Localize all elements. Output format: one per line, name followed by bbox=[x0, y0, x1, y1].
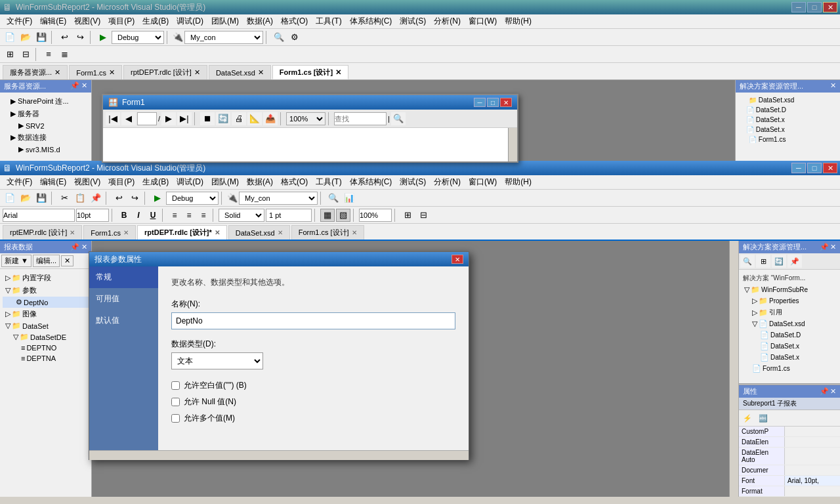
menu-file-bg[interactable]: 文件(F) bbox=[3, 14, 36, 28]
sol-datasetx2[interactable]: 📄DataSet.x bbox=[742, 352, 837, 363]
delete-btn[interactable]: ✕ bbox=[61, 255, 74, 266]
menu-format-main[interactable]: 格式(O) bbox=[277, 175, 312, 189]
tb-extra1-bg[interactable]: 🔍 bbox=[272, 31, 286, 44]
sol-datasetx1[interactable]: 📄DataSet.x bbox=[742, 341, 837, 352]
form-v-scroll[interactable] bbox=[508, 128, 517, 161]
tb-cut-main[interactable]: ✂ bbox=[57, 192, 72, 205]
menu-view-bg[interactable]: 视图(V) bbox=[70, 14, 104, 28]
tb-extra2-bg[interactable]: ⚙ bbox=[287, 31, 302, 44]
menu-window-bg[interactable]: 窗口(W) bbox=[465, 14, 501, 28]
tab-dataset-bg[interactable]: DataSet.xsd ✕ bbox=[209, 65, 271, 79]
align-center-btn[interactable]: ≡ bbox=[182, 209, 196, 222]
checkbox-multi[interactable] bbox=[171, 414, 180, 423]
tab-rptdept-bg[interactable]: rptDEPT.rdlc [设计] ✕ bbox=[123, 65, 207, 79]
sol-close-icon-bg[interactable]: ✕ bbox=[830, 81, 836, 91]
tb-align1[interactable]: ⊞ bbox=[400, 209, 415, 222]
tab-form1design-bg[interactable]: Form1.cs [设计] ✕ bbox=[272, 65, 348, 79]
font-input[interactable] bbox=[3, 209, 75, 222]
checkbox-blank[interactable] bbox=[171, 381, 180, 390]
sol-tb-btn1[interactable]: 🔍 bbox=[740, 255, 755, 268]
tab-server-bg[interactable]: 服务器资源... ✕ bbox=[3, 65, 68, 79]
menu-data-bg[interactable]: 数据(A) bbox=[243, 14, 277, 28]
bold-btn[interactable]: B bbox=[117, 209, 131, 222]
form-tb-refresh[interactable]: 🔄 bbox=[216, 112, 230, 125]
form-tb-stop[interactable]: ⏹ bbox=[200, 112, 215, 125]
tb-open-bg[interactable]: 📂 bbox=[18, 31, 33, 44]
props-az-icon[interactable]: 🔤 bbox=[756, 411, 770, 425]
data-panel-close-icon[interactable]: ✕ bbox=[81, 243, 87, 251]
tb-misc2-bg[interactable]: ⊟ bbox=[18, 48, 33, 61]
tab-form1cs-main[interactable]: Form1.cs ✕ bbox=[83, 225, 136, 240]
menu-arch-main[interactable]: 体系结构(C) bbox=[346, 175, 396, 189]
underline-btn[interactable]: U bbox=[146, 209, 159, 222]
form-min-btn[interactable]: ─ bbox=[474, 98, 486, 107]
tb-misc1-bg[interactable]: ⊞ bbox=[3, 48, 17, 61]
tb-redo-bg[interactable]: ↪ bbox=[73, 31, 87, 44]
debug-dropdown-bg[interactable]: Debug bbox=[112, 31, 164, 44]
close-btn-main[interactable]: ✕ bbox=[823, 163, 837, 173]
tb-extra2-main[interactable]: 📊 bbox=[342, 192, 356, 205]
tb-save-main[interactable]: 💾 bbox=[34, 192, 49, 205]
tb-paste-main[interactable]: 📌 bbox=[89, 192, 103, 205]
form-search-input[interactable] bbox=[334, 112, 387, 125]
tb-undo-bg[interactable]: ↩ bbox=[57, 31, 72, 44]
border-style-dropdown[interactable]: Solid bbox=[219, 209, 264, 222]
sol-tb-btn4[interactable]: 📌 bbox=[788, 255, 802, 268]
sol-props[interactable]: ▷📁Properties bbox=[742, 295, 837, 306]
tb-new-main[interactable]: 📄 bbox=[3, 192, 17, 205]
sol-tb-btn2[interactable]: ⊞ bbox=[756, 255, 770, 268]
menu-view-main[interactable]: 视图(V) bbox=[70, 175, 104, 189]
sol-refs[interactable]: ▷📁引用 bbox=[742, 306, 837, 318]
form-tb-page[interactable] bbox=[137, 112, 157, 125]
dialog-sidebar-general[interactable]: 常规 bbox=[89, 266, 158, 288]
fill-color-btn[interactable]: ▧ bbox=[336, 209, 350, 222]
menu-debug-bg[interactable]: 调试(D) bbox=[173, 14, 207, 28]
menu-test-bg[interactable]: 测试(S) bbox=[396, 14, 430, 28]
menu-window-main[interactable]: 窗口(W) bbox=[465, 175, 501, 189]
tab-rptemp[interactable]: rptEMP.rdlc [设计] ✕ bbox=[3, 225, 82, 240]
menu-tools-main[interactable]: 工具(T) bbox=[312, 175, 345, 189]
edit-btn[interactable]: 编辑... bbox=[33, 255, 60, 267]
menu-team-bg[interactable]: 团队(M) bbox=[207, 14, 243, 28]
max-btn-main[interactable]: □ bbox=[807, 163, 822, 173]
dialog-close-btn[interactable]: ✕ bbox=[452, 255, 463, 264]
sol-pin-icon[interactable]: 📌 bbox=[820, 243, 829, 251]
menu-tools-bg[interactable]: 工具(T) bbox=[312, 14, 345, 28]
menu-help-main[interactable]: 帮助(H) bbox=[501, 175, 536, 189]
menu-data-main[interactable]: 数据(A) bbox=[243, 175, 277, 189]
form-max-btn[interactable]: □ bbox=[487, 98, 499, 107]
menu-test-main[interactable]: 测试(S) bbox=[396, 175, 430, 189]
tb-misc3-bg[interactable]: ≡ bbox=[41, 48, 56, 61]
form-tb-last[interactable]: ▶| bbox=[177, 112, 192, 125]
min-btn-main[interactable]: ─ bbox=[791, 163, 806, 173]
menu-analyze-main[interactable]: 分析(N) bbox=[430, 175, 465, 189]
form-search-btn[interactable]: 🔍 bbox=[391, 112, 406, 125]
menu-analyze-bg[interactable]: 分析(N) bbox=[430, 14, 465, 28]
fontsize-input[interactable] bbox=[76, 209, 109, 222]
min-btn-bg[interactable]: ─ bbox=[791, 2, 806, 12]
menu-format-bg[interactable]: 格式(O) bbox=[277, 14, 312, 28]
menu-build-bg[interactable]: 生成(B) bbox=[138, 14, 173, 28]
tab-rptdept-main[interactable]: rptDEPT.rdlc [设计]* ✕ bbox=[137, 225, 227, 240]
tb-align2[interactable]: ⊟ bbox=[416, 209, 430, 222]
menu-debug-main[interactable]: 调试(D) bbox=[173, 175, 207, 189]
tb-save-bg[interactable]: 💾 bbox=[34, 31, 49, 44]
sol-close-x-icon[interactable]: ✕ bbox=[830, 243, 836, 251]
menu-project-bg[interactable]: 项目(P) bbox=[104, 14, 138, 28]
dialog-name-input[interactable] bbox=[171, 312, 455, 329]
tab-form1design-main[interactable]: Form1.cs [设计] ✕ bbox=[291, 225, 364, 240]
form-tb-next[interactable]: ▶ bbox=[161, 112, 176, 125]
tree-dataset[interactable]: ▽📁DataSet bbox=[3, 320, 89, 331]
dialog-sidebar-available[interactable]: 可用值 bbox=[89, 288, 158, 310]
tree-builtin[interactable]: ▷📁内置字段 bbox=[3, 272, 89, 284]
tb-redo-main[interactable]: ↪ bbox=[127, 192, 142, 205]
tb-new-bg[interactable]: 📄 bbox=[3, 31, 17, 44]
tree-deptno-field[interactable]: ≡DEPTNO bbox=[3, 343, 89, 353]
tree-datasetde[interactable]: ▽📁DataSetDE bbox=[3, 331, 89, 343]
form-tb-export[interactable]: 📤 bbox=[263, 112, 278, 125]
sol-tb-btn3[interactable]: 🔄 bbox=[772, 255, 786, 268]
align-left-btn[interactable]: ≡ bbox=[168, 209, 181, 222]
props-pin-icon[interactable]: 📌 bbox=[820, 387, 829, 396]
tab-rptdept-close[interactable]: ✕ bbox=[215, 229, 220, 236]
tree-deptno[interactable]: ⚙DeptNo bbox=[3, 297, 89, 308]
